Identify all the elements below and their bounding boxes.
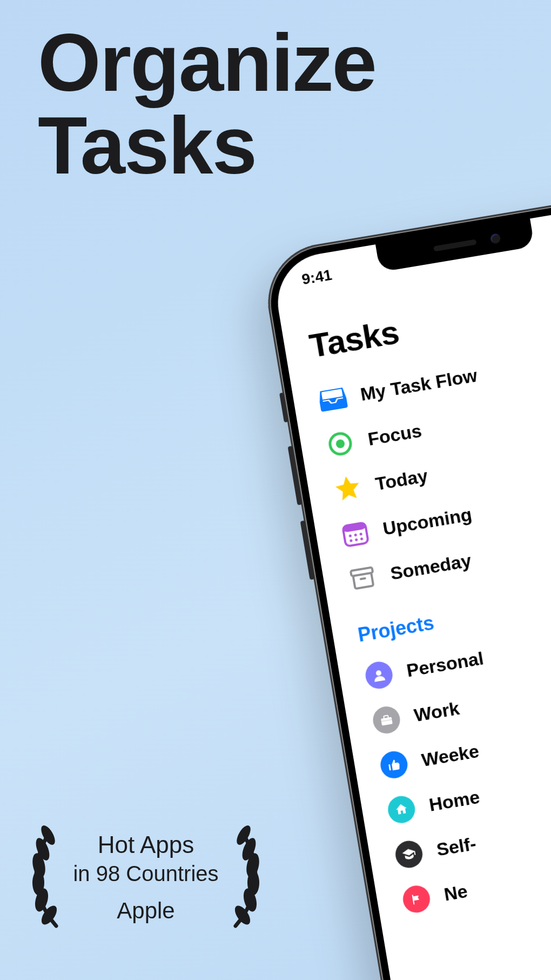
calendar-icon	[339, 517, 372, 550]
list-item-label: Focus	[366, 420, 423, 450]
hero-line-1: Organize	[38, 22, 376, 104]
star-icon	[332, 472, 364, 505]
graduation-icon	[393, 838, 425, 871]
phone-volume-down-button	[300, 521, 315, 580]
badge-source: Apple	[73, 898, 218, 924]
smart-lists: My Task FlowFocusTodayUpcomingSomeday	[315, 326, 551, 603]
hero-line-2: Tasks	[38, 104, 376, 187]
briefcase-icon	[371, 704, 403, 736]
badge-title: Hot Apps	[73, 831, 218, 858]
list-item-label: My Task Flow	[359, 364, 479, 405]
svg-rect-25	[360, 577, 366, 581]
svg-point-26	[375, 670, 382, 676]
list-item-label: Upcoming	[381, 504, 473, 539]
svg-rect-28	[384, 715, 388, 718]
list-item-label: Home	[427, 786, 481, 815]
list-item-label: Work	[413, 697, 461, 725]
list-item-label: Personal	[405, 648, 485, 681]
phone-volume-up-button	[288, 446, 303, 505]
list-item-label: Today	[374, 465, 429, 495]
award-badge: Hot Apps in 98 Countries Apple	[32, 823, 259, 931]
list-item-label: Weeke	[420, 740, 480, 770]
list-item-label: Ne	[442, 880, 469, 905]
projects-list: PersonalWorkWeekeHomeSelf-Ne	[361, 602, 551, 924]
list-item-label: Self-	[435, 833, 478, 861]
laurel-left-icon	[26, 823, 70, 931]
inbox-icon	[317, 383, 349, 415]
phone-screen: 9:41 Tasks My Task FlowFocusTodayUpcomin…	[271, 201, 551, 980]
phone-silence-switch	[279, 392, 288, 423]
home-icon	[385, 794, 418, 826]
flag-icon	[400, 883, 433, 915]
phone-mockup: 9:41 Tasks My Task FlowFocusTodayUpcomin…	[259, 190, 551, 980]
badge-subtitle: in 98 Countries	[73, 862, 218, 886]
archive-icon	[347, 562, 379, 595]
focus-icon	[324, 428, 357, 460]
svg-rect-24	[353, 573, 373, 589]
laurel-right-icon	[222, 823, 265, 931]
status-time: 9:41	[300, 266, 333, 289]
person-icon	[363, 659, 395, 691]
list-item-label: Someday	[389, 550, 473, 584]
hero-title: Organize Tasks	[38, 22, 376, 187]
thumbs-up-icon	[378, 749, 410, 781]
svg-point-14	[335, 439, 345, 449]
